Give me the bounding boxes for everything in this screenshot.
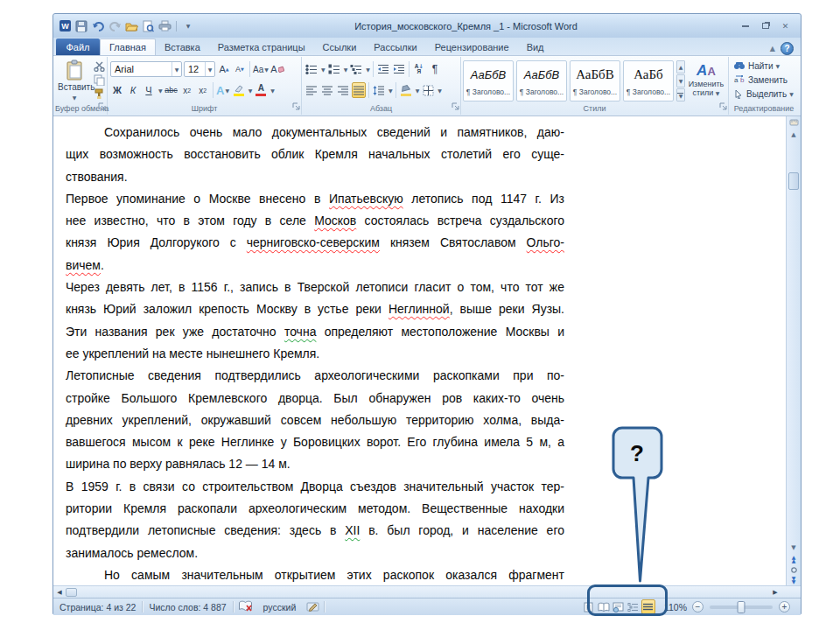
shading-icon[interactable]	[399, 82, 413, 98]
zoom-in-button[interactable]: +	[779, 601, 790, 612]
view-buttons-highlight-box	[587, 584, 668, 616]
align-left-icon[interactable]	[304, 82, 318, 98]
increase-indent-icon[interactable]	[392, 61, 406, 77]
font-family-select[interactable]: Arial▼	[110, 61, 182, 77]
undo-icon[interactable]	[91, 19, 105, 33]
line-spacing-icon[interactable]	[372, 82, 386, 98]
qat-separator	[176, 21, 177, 32]
scroll-right-arrow[interactable]: ▶	[769, 586, 781, 598]
tab-razmetka-stranitsy[interactable]: Разметка страницы	[209, 38, 314, 55]
page-indicator[interactable]: Страница: 4 из 22	[53, 602, 142, 612]
scroll-up-arrow[interactable]: ▲	[787, 129, 801, 141]
font-color-button[interactable]: А	[254, 82, 268, 98]
vertical-scroll-thumb[interactable]	[788, 172, 799, 190]
minimize-button[interactable]	[737, 20, 753, 32]
styles-gallery-more[interactable]: ▼	[676, 88, 685, 102]
scroll-down-arrow[interactable]: ▼	[787, 542, 801, 554]
paragraph-dialog-launcher[interactable]	[452, 98, 459, 114]
word-count[interactable]: Число слов: 4 887	[143, 602, 232, 612]
copy-icon[interactable]	[92, 74, 106, 87]
styles-dialog-launcher[interactable]	[719, 98, 727, 114]
collapse-ribbon-icon[interactable]: ▲	[770, 45, 775, 52]
group-paragraph: ▼ ▼ ▼ А↓ Я ¶	[302, 57, 461, 115]
scroll-left-arrow[interactable]: ◀	[53, 586, 66, 598]
style-chip-1[interactable]: АаБбВ¶ Заголово...	[463, 60, 514, 102]
print-preview-icon[interactable]	[141, 19, 155, 33]
clear-formatting-button[interactable]: А	[270, 61, 284, 77]
restore-button[interactable]	[757, 20, 774, 32]
text-run: в. был город, и население его	[360, 523, 564, 537]
change-styles-button[interactable]: АА Изменить стили ▼	[686, 59, 726, 103]
document-line: стройке Большого Кремлевского дворца. Бы…	[66, 388, 564, 410]
shrink-font-button[interactable]: А▼	[233, 61, 247, 77]
change-styles-icon: АА	[686, 62, 726, 80]
zoom-out-button[interactable]: −	[692, 601, 704, 612]
style-chip-2[interactable]: АаБбВ¶ Заголово...	[516, 60, 567, 102]
ruler-toggle-icon[interactable]	[787, 116, 801, 129]
align-right-icon[interactable]	[336, 82, 350, 98]
styles-scroll-down[interactable]: ▼	[676, 74, 685, 88]
horizontal-scrollbar[interactable]: ◀ ▶	[53, 585, 801, 598]
replace-button[interactable]: ab Заменить	[731, 73, 797, 87]
customize-qat-icon[interactable]: ▼	[181, 19, 195, 33]
style-chip-4[interactable]: АаБб¶ Заголово...	[623, 60, 674, 102]
show-paragraph-marks-icon[interactable]: ¶	[428, 61, 442, 77]
tab-retsenzirovanie[interactable]: Рецензирование	[426, 38, 518, 55]
font-size-select[interactable]: 12▼	[184, 61, 215, 77]
zoom-slider-thumb[interactable]	[738, 601, 746, 613]
style-chip-3[interactable]: АаБбВ¶ Заголово...	[570, 60, 620, 102]
open-folder-icon[interactable]	[124, 19, 138, 33]
text-run: князь Юрий заложил крепость Москву в уст…	[66, 302, 388, 316]
italic-button[interactable]: К	[126, 82, 140, 98]
align-center-icon[interactable]	[320, 82, 334, 98]
justify-icon[interactable]	[352, 82, 366, 98]
horizontal-scroll-thumb[interactable]	[66, 588, 77, 597]
print-icon[interactable]	[158, 19, 172, 33]
save-icon[interactable]	[74, 19, 88, 33]
previous-page-button[interactable]: ▲▲	[787, 554, 801, 564]
tab-glavnaya[interactable]: Главная	[100, 38, 156, 55]
language-icon[interactable]	[302, 601, 324, 613]
superscript-button[interactable]: x2	[196, 82, 210, 98]
bullet-list-icon[interactable]	[304, 61, 318, 77]
close-button[interactable]: ✕	[777, 20, 794, 32]
help-icon[interactable]: ?	[780, 42, 794, 55]
bold-button[interactable]: Ж	[110, 82, 124, 98]
next-page-button[interactable]: ▼▼	[787, 575, 801, 585]
change-case-button[interactable]: Аа▼	[253, 61, 269, 77]
highlight-color-button[interactable]	[232, 82, 246, 98]
zoom-slider[interactable]	[710, 606, 773, 609]
tab-vid[interactable]: Вид	[518, 38, 553, 55]
clipboard-dialog-launcher[interactable]	[98, 98, 106, 114]
subscript-button[interactable]: x2	[180, 82, 194, 98]
find-button[interactable]: Найти▼	[731, 59, 797, 73]
tab-vstavka[interactable]: Вставка	[156, 38, 209, 55]
underline-button[interactable]: Ч	[142, 82, 156, 98]
borders-icon[interactable]	[421, 82, 435, 98]
select-button[interactable]: Выделить▼	[731, 87, 797, 101]
select-browse-object-button[interactable]	[787, 564, 801, 575]
grow-font-button[interactable]: А▲	[217, 61, 231, 77]
tab-ssylki[interactable]: Ссылки	[314, 38, 366, 55]
word-logo-icon[interactable]: W	[58, 19, 72, 33]
misspelled-word: Неглинной	[388, 302, 450, 316]
tab-rassylki[interactable]: Рассылки	[365, 38, 425, 55]
numbered-list-icon[interactable]	[327, 61, 341, 77]
language-indicator[interactable]: русский	[257, 602, 303, 612]
strikethrough-button[interactable]: abc	[164, 82, 178, 98]
document-area[interactable]: Сохранилось очень мало документальных св…	[53, 116, 801, 585]
multilevel-list-icon[interactable]	[349, 61, 363, 77]
text-run: состоялась встреча суздальского	[356, 214, 564, 228]
styles-scroll-up[interactable]: ▲	[676, 60, 685, 74]
paste-button[interactable]: Вставить ▼	[58, 60, 91, 102]
cut-icon[interactable]	[92, 60, 106, 73]
vertical-scrollbar[interactable]: ▲ ▼ ▲▲ ▼▼	[786, 116, 801, 585]
tab-file[interactable]: Файл	[56, 38, 100, 55]
redo-icon[interactable]	[108, 19, 122, 33]
text-effects-button[interactable]: А▼	[216, 82, 230, 98]
document-text[interactable]: Сохранилось очень мало документальных св…	[66, 122, 564, 585]
decrease-indent-icon[interactable]	[376, 61, 390, 77]
font-dialog-launcher[interactable]	[292, 98, 300, 114]
sort-icon[interactable]: А↓ Я	[412, 61, 426, 77]
spellcheck-icon[interactable]	[234, 600, 257, 613]
